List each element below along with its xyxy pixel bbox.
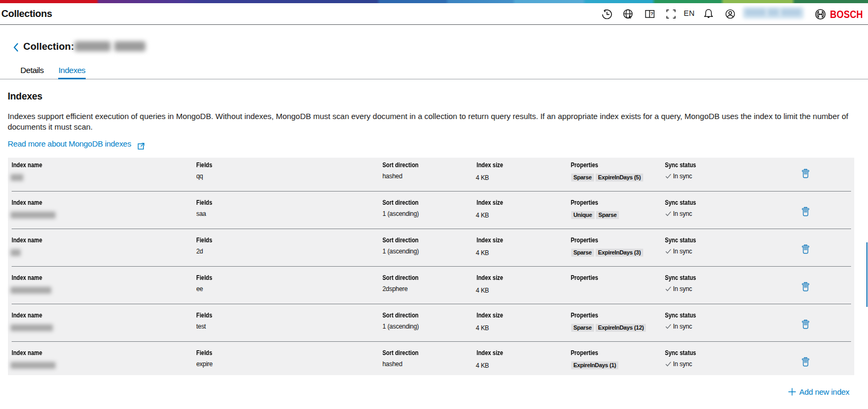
- svg-text:?: ?: [650, 11, 653, 16]
